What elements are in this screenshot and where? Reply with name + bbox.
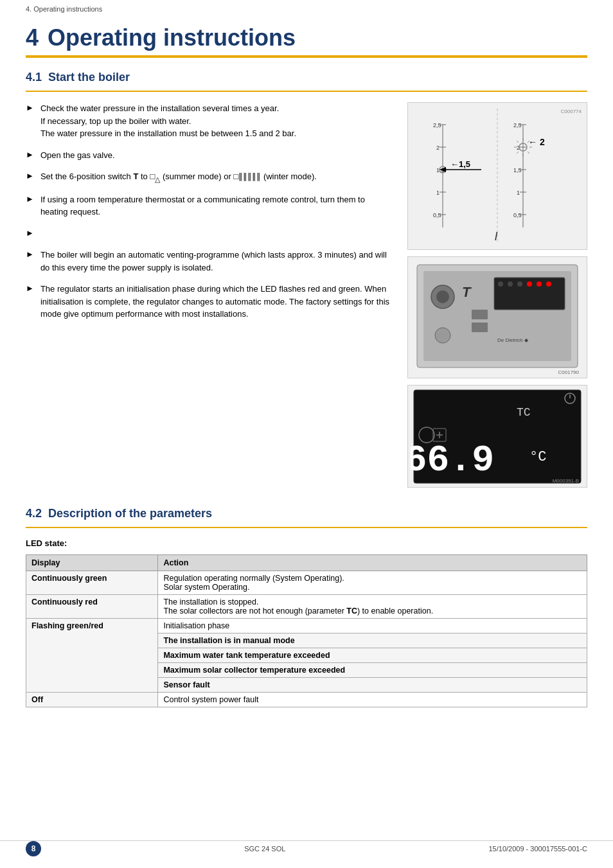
svg-text:←1,5: ←1,5: [450, 159, 470, 169]
bullet-arrow-icon: ►: [26, 103, 34, 112]
section-41-divider: [26, 91, 587, 92]
boiler-panel-image: T De Dietrich ◆ C001790: [407, 256, 587, 378]
svg-text:TC: TC: [517, 406, 531, 419]
table-cell-display: Flashing green/red: [26, 619, 158, 693]
bullet-arrow-icon: ►: [26, 150, 34, 159]
bullet-item: ► Check the water pressure in the instal…: [26, 102, 395, 140]
svg-text:0,5: 0,5: [513, 212, 522, 218]
bullet-arrow-icon: ►: [26, 171, 34, 181]
temperature-display-image: TC 66.9 °C M000391-B: [407, 385, 587, 488]
table-cell-display: Off: [26, 693, 158, 707]
footer-center-text: SGC 24 SOL: [244, 845, 285, 853]
svg-text:2: 2: [436, 145, 440, 151]
bullet-arrow-icon: ►: [26, 283, 34, 293]
section-42: 4.2 Description of the parameters LED st…: [26, 507, 587, 707]
table-cell-action: Regulation operating normally (System Op…: [158, 571, 587, 595]
svg-point-44: [435, 328, 450, 343]
bullet-item: ► The regulator starts an initialisation…: [26, 283, 395, 321]
svg-text:M000391-B: M000391-B: [553, 478, 579, 484]
page-number: 8: [26, 841, 41, 856]
svg-point-48: [527, 281, 532, 287]
svg-text:C001790: C001790: [558, 369, 580, 375]
table-cell-action: Control system power fault: [158, 693, 587, 707]
chapter-title-text: Operating instructions: [48, 24, 296, 51]
svg-text:1: 1: [436, 190, 440, 196]
svg-point-47: [517, 281, 522, 287]
table-cell-display: Continuously red: [26, 595, 158, 619]
bullet-arrow-icon: ►: [26, 228, 34, 238]
svg-line-31: [528, 152, 529, 154]
led-state-label: LED state:: [26, 538, 587, 548]
chapter-divider: [26, 55, 587, 58]
table-cell-action: Maximum water tank temperature exceeded: [158, 648, 587, 663]
bullet-item: ►: [26, 227, 395, 240]
svg-point-45: [498, 281, 503, 287]
table-cell-action: The installation is in manual mode: [158, 633, 587, 648]
table-cell-display: Continuously green: [26, 571, 158, 595]
bullet-item: ► Set the 6-position switch T to □‍△ (su…: [26, 170, 395, 184]
section-41-images: 2,5 2 1,5 1 0,5 ←1,5: [407, 102, 587, 488]
svg-text:← 2: ← 2: [528, 137, 545, 147]
svg-text:C000774: C000774: [561, 109, 582, 114]
svg-line-33: [517, 152, 519, 154]
section-42-title: 4.2 Description of the parameters: [26, 507, 587, 520]
svg-rect-53: [472, 310, 488, 319]
bullet-item: ► If using a room temperature thermostat…: [26, 193, 395, 218]
section-41-body: ► Check the water pressure in the instal…: [26, 102, 587, 488]
table-cell-action: Initialisation phase: [158, 619, 587, 633]
section-41-title: 4.1 Start the boiler: [26, 71, 587, 84]
svg-point-46: [508, 281, 513, 287]
table-row: Continuously green Regulation operating …: [26, 571, 587, 595]
svg-line-35: [517, 141, 519, 143]
table-row: Continuously red The installation is sto…: [26, 595, 587, 619]
chapter-title: 4 Operating instructions: [26, 24, 587, 51]
svg-text:De Dietrich ◆: De Dietrich ◆: [497, 337, 529, 343]
table-cell-action: The installation is stopped. The solar c…: [158, 595, 587, 619]
bullet-text: The boiler will begin an automatic venti…: [40, 249, 395, 274]
svg-text:I: I: [494, 230, 497, 243]
bullet-item: ► Open the gas valve.: [26, 149, 395, 162]
bullet-text: [40, 227, 43, 240]
svg-text:°C: °C: [529, 449, 546, 465]
bullet-text: Check the water pressure in the installa…: [40, 102, 296, 140]
chapter-number: 4: [26, 24, 39, 51]
table-cell-action: Maximum solar collector temperature exce…: [158, 663, 587, 678]
svg-text:1: 1: [517, 190, 520, 196]
svg-point-49: [537, 281, 542, 287]
svg-point-43: [436, 290, 449, 303]
led-state-table: Display Action Continuously green Regula…: [26, 554, 587, 707]
bullet-arrow-icon: ►: [26, 194, 34, 204]
table-row: Off Control system power fault: [26, 693, 587, 707]
table-header-display: Display: [26, 555, 158, 571]
svg-rect-54: [472, 323, 488, 332]
svg-text:0,5: 0,5: [433, 212, 441, 218]
svg-text:1,5: 1,5: [513, 167, 522, 173]
table-cell-action: Sensor fault: [158, 678, 587, 693]
section-41-text: ► Check the water pressure in the instal…: [26, 102, 395, 488]
breadcrumb: 4. Operating instructions: [0, 0, 613, 18]
footer-right-text: 15/10/2009 - 300017555-001-C: [488, 845, 587, 853]
svg-text:66.9: 66.9: [411, 439, 494, 481]
bullet-text: If using a room temperature thermostat o…: [40, 193, 395, 218]
page-footer: 8 SGC 24 SOL 15/10/2009 - 300017555-001-…: [0, 840, 613, 856]
bullet-arrow-icon: ►: [26, 249, 34, 259]
svg-point-50: [546, 281, 551, 287]
table-row: Flashing green/red Initialisation phase: [26, 619, 587, 633]
bullet-text: Open the gas valve.: [40, 149, 115, 162]
bullet-item: ► The boiler will begin an automatic ven…: [26, 249, 395, 274]
svg-text:2,5: 2,5: [433, 122, 441, 128]
section-42-divider: [26, 527, 587, 528]
svg-text:2,5: 2,5: [513, 122, 522, 128]
bullet-text: Set the 6-position switch T to □‍△ (summ…: [40, 170, 317, 184]
table-header-action: Action: [158, 555, 587, 571]
bullet-text: The regulator starts an initialisation p…: [40, 283, 395, 321]
pressure-gauge-image: 2,5 2 1,5 1 0,5 ←1,5: [407, 102, 587, 250]
svg-text:T: T: [462, 284, 472, 300]
